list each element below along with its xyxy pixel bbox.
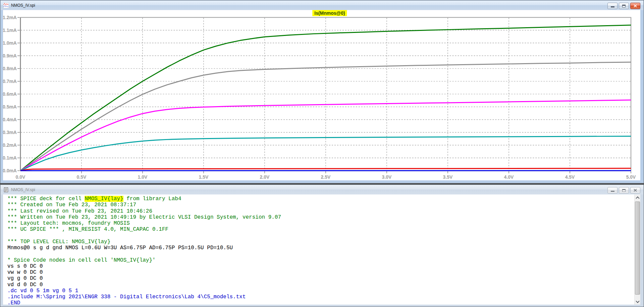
spice-text-area[interactable]: *** SPICE deck for cell NMOS_IV{lay} fro… (3, 194, 640, 305)
x-tick-label: 5.0V (626, 174, 636, 180)
x-tick-label: 0.0V (16, 174, 25, 180)
restore-button[interactable] (619, 187, 629, 193)
code-line: vg g 0 DC 0 (7, 275, 640, 281)
spice-deck-window: NMOS_IV.spi *** SPICE deck for cell NMOS… (0, 184, 644, 307)
spice-code[interactable]: *** SPICE deck for cell NMOS_IV{lay} fro… (3, 194, 640, 305)
spice-deck-window-titlebar[interactable]: NMOS_IV.spi (1, 185, 643, 194)
x-tick-label: 0.5V (77, 174, 87, 180)
window-title: NMOS_IV.spi (11, 187, 35, 192)
code-line: .dc vd 0 5 1m vg 0 5 1 (7, 288, 640, 294)
y-tick-label: 1.2mA (3, 15, 17, 20)
y-tick-label: 0.2mA (3, 142, 17, 148)
window-title: NMOS_IV.spi (11, 3, 35, 8)
document-icon (3, 187, 9, 192)
y-tick-label: 0.3mA (3, 130, 17, 135)
minimize-icon (611, 191, 614, 192)
x-tick-label: 2.0V (260, 174, 270, 180)
x-tick-label: 3.0V (382, 174, 392, 180)
restore-icon (622, 189, 626, 192)
scroll-up-button[interactable] (635, 195, 640, 201)
code-line: *** Written on Tue Feb 23, 2021 10:49:19… (7, 214, 640, 220)
chevron-down-icon (636, 299, 639, 303)
code-line: .include M:\Spring 2021\ENGR 338 - Digit… (7, 294, 640, 300)
code-line: vd d 0 DC 0 (7, 282, 640, 288)
close-icon (634, 189, 637, 192)
code-line: vw w 0 DC 0 (7, 269, 640, 275)
y-tick-label: 0.8mA (3, 66, 17, 71)
x-tick-label: 4.5V (565, 174, 575, 180)
plot-canvas[interactable]: Is(Mnmos@0) 1.2mA1.1mA1.0mA0.9mA0.8mA0.7… (3, 10, 640, 180)
code-line (7, 251, 640, 257)
curve-green (20, 25, 631, 171)
code-line: * Spice Code nodes in cell cell 'NMOS_IV… (7, 257, 640, 263)
close-icon (634, 4, 637, 7)
x-tick-label: 1.5V (199, 174, 209, 180)
y-tick-label: 0.9mA (3, 53, 17, 58)
scroll-down-button[interactable] (635, 299, 640, 304)
code-line: vs s 0 DC 0 (7, 263, 640, 269)
iv-curves-plot[interactable]: 1.2mA1.1mA1.0mA0.9mA0.8mA0.7mA0.6mA0.5mA… (3, 10, 640, 180)
code-line: *** UC SPICE *** , MIN_RESIST 4.0, MIN_C… (7, 226, 640, 232)
x-tick-label: 1.0V (138, 174, 148, 180)
code-line: *** SPICE deck for cell NMOS_IV{lay} fro… (7, 196, 640, 202)
x-tick-label: 3.5V (443, 174, 453, 180)
chevron-up-icon (636, 196, 639, 200)
code-line: *** TOP LEVEL CELL: NMOS_IV{lay} (7, 239, 640, 245)
code-line: *** Layout tech: mocmos, foundry MOSIS (7, 220, 640, 226)
minimize-icon (611, 6, 614, 7)
y-tick-label: 1.0mA (3, 40, 17, 46)
minimize-button[interactable] (607, 187, 618, 193)
close-button[interactable] (630, 187, 640, 193)
restore-icon (622, 5, 626, 7)
waveform-window: NMOS_IV.spi Is(Mnmos@0) 1.2mA1.1mA1.0mA0… (0, 0, 644, 183)
scrollbar-thumb[interactable] (635, 202, 640, 295)
minimize-button[interactable] (607, 3, 618, 9)
y-tick-label: 0.4mA (3, 117, 17, 122)
highlighted-text: NMOS_IV{lay} (85, 196, 123, 202)
code-line: *** Created on Tue Feb 23, 2021 08:37:17 (7, 202, 640, 208)
x-tick-label: 2.5V (321, 174, 331, 180)
close-button[interactable] (630, 3, 640, 9)
code-line: .END (7, 300, 640, 305)
code-line: Mnmos@0 s g d gnd NMOS L=0.6U W=3U AS=6.… (7, 245, 640, 251)
code-line (7, 233, 640, 239)
y-tick-label: 0.7mA (3, 79, 17, 84)
y-tick-label: 0.5mA (3, 104, 17, 109)
waveform-window-titlebar[interactable]: NMOS_IV.spi (1, 1, 643, 10)
y-tick-label: 0.6mA (3, 91, 17, 97)
waveform-icon (3, 3, 9, 8)
plot-title-badge: Is(Mnmos@0) (312, 10, 347, 16)
y-tick-label: 0.0mA (3, 168, 17, 173)
y-tick-label: 1.1mA (3, 28, 17, 33)
y-tick-label: 0.1mA (3, 155, 17, 161)
vertical-scrollbar[interactable] (634, 194, 640, 305)
x-tick-label: 4.0V (504, 174, 514, 180)
code-line: *** Last revised on Tue Feb 23, 2021 10:… (7, 208, 640, 214)
restore-button[interactable] (619, 3, 629, 9)
